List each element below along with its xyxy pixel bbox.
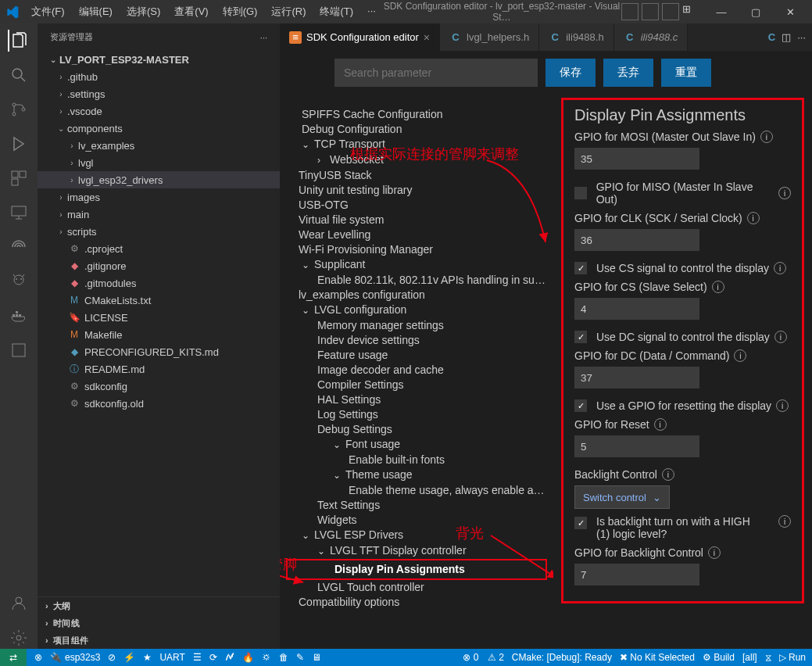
tree-item[interactable]: ›main [38, 206, 280, 223]
tree-item[interactable]: MMakefile [38, 326, 280, 343]
editor-tab[interactable]: Cili9488.c [614, 23, 689, 51]
tree-item[interactable]: ⚙.cproject [38, 240, 280, 257]
config-tree-item[interactable]: Widgets [286, 513, 547, 528]
sidebar-more-icon[interactable]: ··· [260, 33, 267, 42]
sb-debug-icon[interactable]: ⧖ [765, 652, 771, 663]
tree-root[interactable]: ⌄LV_PORT_ESP32-MASTER [38, 51, 280, 68]
config-tree-item[interactable]: LVGL Touch controller [286, 580, 547, 595]
explorer-icon[interactable] [8, 30, 30, 52]
info-icon[interactable]: i [747, 212, 760, 224]
menu-go[interactable]: 转到(G) [216, 2, 264, 22]
config-tree-item[interactable]: LVGL configuration [286, 303, 547, 318]
tree-item[interactable]: ⚙sdkconfig.old [38, 395, 280, 412]
sb-monitor-icon[interactable]: 🖥 [312, 652, 321, 663]
tab-lang-icon[interactable]: C [768, 31, 775, 43]
sb-target[interactable]: 🔌 esp32s3 [50, 652, 100, 663]
tree-item[interactable]: ›images [38, 188, 280, 206]
menu-select[interactable]: 选择(S) [120, 2, 166, 22]
config-tree-item[interactable]: Enable theme usage, always enable at lea… [286, 483, 547, 498]
dc-input[interactable] [574, 367, 699, 388]
config-tree-item[interactable]: LVGL ESP Drivers [286, 528, 547, 543]
section-project-components[interactable]: ›项目组件 [38, 632, 280, 649]
config-tree-item[interactable]: lv_examples configuration [286, 288, 547, 303]
tree-item[interactable]: ⓘREADME.md [38, 360, 280, 378]
sb-problems[interactable]: ⊗ 0 ⚠ 2 [463, 652, 503, 663]
tree-item[interactable]: ⚙sdkconfig [38, 378, 280, 395]
rst-input[interactable] [574, 435, 699, 457]
config-tree-item[interactable]: Unity unit testing library [286, 183, 547, 198]
search-icon[interactable] [8, 64, 30, 86]
info-icon[interactable]: i [760, 131, 773, 143]
config-tree-item[interactable]: Wi-Fi Provisioning Manager [286, 242, 547, 257]
info-icon[interactable]: i [734, 349, 746, 362]
tree-item[interactable]: ›.vscode [38, 102, 280, 120]
layout-panel-bottom-icon[interactable] [642, 3, 659, 20]
tree-item[interactable]: ◆.gitignore [38, 257, 280, 274]
config-tree-item[interactable]: Enable built-in fonts [286, 453, 547, 467]
tree-item[interactable]: 🔖LICENSE [38, 309, 280, 326]
settings-gear-icon[interactable] [8, 627, 30, 649]
cs-checkbox[interactable] [574, 262, 587, 274]
run-debug-icon[interactable] [8, 133, 30, 155]
rst-checkbox[interactable] [574, 399, 587, 412]
section-outline[interactable]: ›大纲 [38, 597, 280, 614]
sb-build-target[interactable]: [all] [742, 652, 757, 663]
search-input[interactable] [334, 59, 538, 87]
info-icon[interactable]: i [774, 331, 787, 343]
tree-item[interactable]: ›lv_examples [38, 137, 280, 154]
close-icon[interactable]: × [424, 31, 430, 44]
layout-panel-right-icon[interactable] [662, 3, 679, 20]
sb-star-icon[interactable]: ★ [143, 652, 152, 663]
config-tree-item[interactable]: TCP Transport [286, 137, 547, 152]
dc-checkbox[interactable] [574, 331, 587, 343]
sb-bolt-icon[interactable]: 🗲 [225, 652, 234, 663]
menu-view[interactable]: 查看(V) [168, 2, 214, 22]
config-tree-item[interactable]: Indev device settings [286, 333, 547, 348]
espressif-icon[interactable] [8, 236, 30, 258]
close-button[interactable]: ✕ [774, 0, 806, 23]
sb-refresh-icon[interactable]: ⟳ [209, 652, 217, 663]
config-tree-item[interactable]: LVGL TFT Display controller [286, 543, 547, 559]
menu-file[interactable]: 文件(F) [25, 2, 71, 22]
sb-kit[interactable]: ✖ No Kit Selected [620, 652, 695, 663]
editor-tab[interactable]: Clvgl_helpers.h [440, 23, 539, 51]
config-tree-item[interactable]: Font usage [286, 437, 547, 453]
config-tree-item[interactable]: Image decoder and cache [286, 363, 547, 378]
sb-edit-icon[interactable]: ✎ [296, 652, 304, 663]
maximize-button[interactable]: ▢ [740, 0, 771, 23]
config-tree-item[interactable]: Log Settings [286, 407, 547, 422]
reset-button[interactable]: 重置 [661, 59, 711, 87]
tree-item[interactable]: ›scripts [38, 223, 280, 240]
extensions-icon[interactable] [8, 167, 30, 189]
config-tree-item[interactable]: Supplicant [286, 257, 547, 273]
tree-item[interactable]: ◆.gitmodules [38, 274, 280, 292]
info-icon[interactable]: i [774, 262, 786, 274]
tab-split-icon[interactable]: ◫ [782, 31, 791, 43]
layout-panel-left-icon[interactable] [621, 3, 639, 20]
sb-icon[interactable]: ⊘ [108, 652, 116, 663]
minimize-button[interactable]: — [706, 0, 737, 23]
config-tree-item[interactable]: Compiler Settings [286, 378, 547, 392]
bl-input[interactable] [574, 564, 699, 585]
menu-run[interactable]: 运行(R) [265, 2, 312, 22]
cs-input[interactable] [574, 298, 699, 320]
config-tree-item[interactable]: Display Pin Assignments [286, 559, 547, 580]
accounts-icon[interactable] [8, 593, 30, 614]
editor-tab[interactable]: ≡SDK Configuration editor× [280, 23, 440, 51]
menu-more[interactable]: ··· [361, 2, 382, 22]
info-icon[interactable]: i [654, 418, 667, 431]
menu-edit[interactable]: 编辑(E) [73, 2, 119, 22]
discard-button[interactable]: 丢弃 [603, 59, 653, 87]
miso-checkbox[interactable] [574, 187, 587, 199]
info-icon[interactable]: i [662, 468, 674, 481]
remote-indicator[interactable]: ⇄ [0, 649, 27, 666]
source-control-icon[interactable] [8, 98, 30, 120]
sb-trash-icon[interactable]: 🗑 [279, 652, 288, 663]
config-tree-item[interactable]: Virtual file system [286, 213, 547, 227]
config-tree-item[interactable]: Text Settings [286, 498, 547, 513]
platformio-icon[interactable] [8, 270, 30, 292]
layout-customize-icon[interactable]: ⊞ [682, 3, 699, 20]
info-icon[interactable]: i [778, 187, 791, 199]
section-timeline[interactable]: ›时间线 [38, 614, 280, 632]
config-tree-item[interactable]: Compatibility options [286, 595, 547, 610]
